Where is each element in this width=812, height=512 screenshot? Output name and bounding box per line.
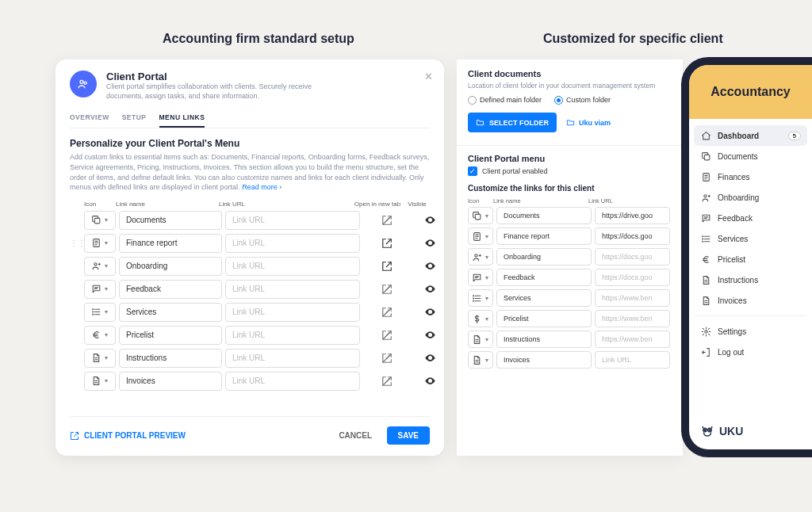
link-url-input[interactable] — [225, 211, 360, 230]
visible-toggle[interactable] — [414, 214, 446, 226]
icon-picker[interactable]: ▼ — [84, 372, 116, 391]
read-more-link[interactable]: Read more › — [242, 183, 282, 191]
close-icon[interactable]: ✕ — [424, 71, 433, 82]
link-url-input[interactable] — [225, 280, 360, 299]
link-url-input[interactable] — [225, 234, 360, 253]
tab-setup[interactable]: SETUP — [122, 109, 147, 128]
phone-menu-item-pricelist[interactable]: Pricelist — [694, 249, 807, 269]
link-url-input[interactable] — [595, 248, 670, 266]
link-name-input[interactable] — [119, 280, 222, 299]
link-name-input[interactable] — [496, 351, 592, 369]
icon-picker[interactable]: ▼ — [468, 207, 493, 224]
tab-overview[interactable]: OVERVIEW — [70, 109, 109, 128]
save-button[interactable]: SAVE — [387, 426, 431, 445]
radio-custom-folder[interactable]: Custom folder — [554, 96, 611, 105]
link-name-input[interactable] — [119, 349, 222, 368]
visible-toggle[interactable] — [414, 306, 446, 318]
column-title-right: Customized for specific client — [543, 32, 723, 46]
open-new-tab-toggle[interactable] — [363, 215, 411, 226]
visible-toggle[interactable] — [414, 237, 446, 249]
svg-point-38 — [709, 430, 710, 431]
phone-menu-item-finances[interactable]: Finances — [694, 166, 807, 187]
link-name-input[interactable] — [496, 331, 592, 348]
icon-picker[interactable]: ▼ — [468, 351, 493, 369]
selected-folder-link[interactable]: Uku viam — [566, 118, 611, 127]
visible-toggle[interactable] — [414, 375, 446, 387]
visible-toggle[interactable] — [414, 260, 446, 272]
phone-menu-item-invoices[interactable]: Invoices — [694, 290, 807, 311]
link-url-input[interactable] — [225, 372, 360, 391]
link-url-input[interactable] — [595, 207, 670, 224]
client-portal-avatar — [70, 71, 97, 97]
open-new-tab-toggle[interactable] — [363, 307, 411, 318]
link-name-input[interactable] — [119, 303, 222, 322]
link-name-input[interactable] — [119, 326, 222, 345]
link-url-input[interactable] — [595, 331, 670, 348]
visible-toggle[interactable] — [414, 283, 446, 295]
link-url-input[interactable] — [225, 303, 360, 322]
phone-menu-item-log-out[interactable]: Log out — [694, 342, 807, 362]
visible-toggle[interactable] — [414, 352, 446, 364]
phone-menu-item-services[interactable]: Services — [694, 228, 807, 249]
icon-picker[interactable]: ▼ — [84, 349, 116, 368]
open-new-tab-toggle[interactable] — [363, 238, 411, 249]
open-new-tab-toggle[interactable] — [363, 261, 411, 272]
link-name-input[interactable] — [496, 227, 592, 245]
link-name-input[interactable] — [496, 289, 592, 307]
link-url-input[interactable] — [595, 269, 670, 286]
phone-menu-item-settings[interactable]: Settings — [694, 321, 807, 342]
open-new-tab-toggle[interactable] — [363, 353, 411, 364]
link-url-input[interactable] — [225, 257, 360, 276]
link-name-input[interactable] — [496, 310, 592, 327]
client-portal-preview-link[interactable]: CLIENT PORTAL PREVIEW — [70, 431, 186, 441]
icon-picker[interactable]: ▼ — [84, 326, 116, 345]
select-folder-button[interactable]: SELECT FOLDER — [468, 113, 557, 132]
icon-picker[interactable]: ▼ — [468, 310, 493, 327]
svg-point-31 — [702, 235, 703, 236]
icon-picker[interactable]: ▼ — [468, 227, 493, 245]
link-url-input[interactable] — [595, 310, 670, 327]
icon-picker[interactable]: ▼ — [84, 234, 116, 253]
client-portal-enabled-checkbox[interactable]: ✓ — [468, 166, 477, 176]
icon-picker[interactable]: ▼ — [468, 331, 493, 348]
link-url-input[interactable] — [595, 351, 670, 369]
icon-picker[interactable]: ▼ — [84, 303, 116, 322]
open-new-tab-toggle[interactable] — [363, 330, 411, 341]
open-new-tab-toggle[interactable] — [363, 284, 411, 295]
link-name-input[interactable] — [119, 211, 222, 230]
link-url-input[interactable] — [595, 227, 670, 245]
link-name-input[interactable] — [119, 257, 222, 276]
link-url-input[interactable] — [595, 289, 670, 307]
link-name-input[interactable] — [496, 207, 592, 224]
phone-menu-item-documents[interactable]: Documents — [694, 146, 807, 166]
svg-point-21 — [429, 380, 431, 383]
radio-defined-main-folder[interactable]: Defined main folder — [468, 96, 542, 105]
icon-picker[interactable]: ▼ — [84, 211, 116, 230]
visible-toggle[interactable] — [414, 329, 446, 341]
open-new-tab-toggle[interactable] — [363, 376, 411, 387]
drag-handle-icon[interactable]: ⋮⋮ — [70, 239, 86, 247]
phone-menu-item-dashboard[interactable]: Dashboard5 — [694, 125, 807, 146]
link-name-input[interactable] — [496, 248, 592, 266]
link-url-input[interactable] — [225, 349, 360, 368]
phone-menu-item-instructions[interactable]: Instructions — [694, 269, 807, 290]
link-url-input[interactable] — [225, 326, 360, 345]
link-name-input[interactable] — [119, 372, 222, 391]
svg-point-33 — [702, 241, 703, 242]
tab-menu-links[interactable]: MENU LINKS — [159, 109, 205, 128]
link-name-input[interactable] — [496, 269, 592, 286]
cancel-button[interactable]: CANCEL — [339, 431, 372, 440]
phone-menu-item-feedback[interactable]: Feedback — [694, 208, 807, 228]
icon-picker[interactable]: ▼ — [468, 248, 493, 266]
icon-picker[interactable]: ▼ — [468, 289, 493, 307]
svg-rect-28 — [704, 155, 710, 160]
icon-picker[interactable]: ▼ — [468, 269, 493, 286]
svg-point-34 — [704, 330, 707, 332]
menu-row: ▼ — [70, 303, 430, 322]
client-menu-row: ▼ — [468, 289, 672, 307]
icon-picker[interactable]: ▼ — [84, 257, 116, 276]
svg-point-25 — [473, 295, 473, 296]
icon-picker[interactable]: ▼ — [84, 280, 116, 299]
phone-menu-item-onboarding[interactable]: Onboarding — [694, 187, 807, 208]
link-name-input[interactable] — [119, 234, 222, 253]
